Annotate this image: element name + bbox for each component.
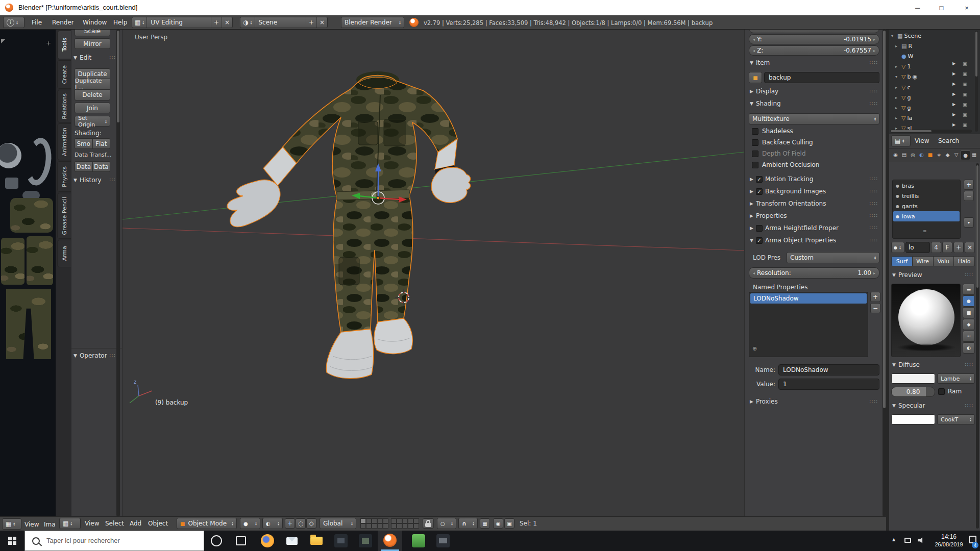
expander-icon[interactable]: ▸: [895, 106, 900, 110]
cortana-button[interactable]: [204, 531, 229, 551]
shading-panel-header[interactable]: ▼Shading: [750, 100, 781, 107]
checkbox-checked[interactable]: ✓: [756, 176, 763, 183]
flat-button[interactable]: Flat: [93, 138, 111, 149]
checkbox-unchecked[interactable]: [752, 151, 758, 157]
tab-material-icon[interactable]: ●: [961, 151, 970, 160]
checkbox-unchecked[interactable]: [938, 388, 945, 395]
render-opengl-button[interactable]: ◉: [493, 518, 503, 529]
panel-grip-icon[interactable]: ::::: [965, 271, 973, 277]
tab-relations[interactable]: Relations: [57, 90, 71, 122]
material-slot-remove-button[interactable]: −: [964, 191, 974, 201]
taskbar-explorer[interactable]: [304, 531, 329, 551]
panel-grip-icon[interactable]: ::::: [869, 200, 878, 206]
proportional-edit-select[interactable]: ○ ▴▾: [437, 518, 456, 529]
select-menu[interactable]: Select: [105, 520, 124, 527]
material-name-field[interactable]: lo: [905, 242, 930, 253]
tab-object-icon[interactable]: ■: [926, 151, 935, 159]
add-scene-button[interactable]: +: [306, 17, 316, 28]
viewport-shading-select[interactable]: ● ▴▾: [240, 518, 260, 529]
outliner-scrollbar[interactable]: [975, 31, 978, 132]
diffuse-shader-select[interactable]: Lambe ▴▾: [937, 373, 975, 384]
display-panel-header[interactable]: ▶Display: [750, 88, 778, 95]
taskbar-app-green[interactable]: [406, 531, 431, 551]
panel-grip-icon[interactable]: ::::: [869, 398, 878, 404]
task-view-button[interactable]: [229, 531, 253, 551]
snap-select[interactable]: ∩ ▴▾: [458, 518, 478, 529]
uv-menu-view[interactable]: View: [24, 521, 39, 528]
checkbox-checked[interactable]: ✓: [756, 237, 763, 244]
clock-time[interactable]: 14:16: [930, 533, 968, 540]
item-panel-header[interactable]: ▼Item: [750, 59, 770, 66]
model-uniform[interactable]: [227, 71, 471, 379]
mirror-button[interactable]: Mirror: [75, 38, 110, 49]
tab-animation[interactable]: Animation: [57, 123, 71, 160]
material-users-button[interactable]: 4: [931, 242, 941, 253]
material-slot[interactable]: ● gants: [893, 201, 960, 211]
list-filter-icon[interactable]: ⊕: [752, 345, 757, 352]
delete-layout-button[interactable]: ×: [222, 17, 232, 28]
manipulator-rotate-toggle[interactable]: ◌: [296, 518, 306, 529]
layers-widget-group2[interactable]: [391, 518, 419, 529]
outliner-restrict-render-column[interactable]: ▣▣▣▣▣▣▣: [963, 61, 967, 133]
tab-grease-pencil[interactable]: Grease Pencil: [57, 193, 71, 239]
transform-orientations-panel-header[interactable]: ▶Transform Orientations: [750, 200, 826, 207]
properties-scrollbar[interactable]: [976, 163, 979, 529]
preview-cube-button[interactable]: ■: [963, 307, 975, 318]
panel-grip-icon[interactable]: ::::: [869, 237, 878, 242]
material-type-surface[interactable]: Surf: [891, 256, 913, 266]
lock-to-scene-toggle[interactable]: [423, 518, 434, 529]
operator-panel-header[interactable]: ▼ Operator: [74, 352, 107, 359]
preview-monkey-button[interactable]: ◆: [963, 319, 975, 330]
outliner-row-scene[interactable]: ▾ ▦ Scene: [891, 31, 921, 41]
panel-grip-icon[interactable]: ::::: [965, 402, 973, 408]
outliner-row-object[interactable]: ▸ ▽ la: [895, 113, 912, 123]
taskbar-app-dark-1[interactable]: [329, 531, 353, 551]
delete-button[interactable]: Delete: [75, 90, 110, 101]
maximize-button[interactable]: □: [929, 0, 953, 15]
scene-name[interactable]: Scene: [255, 19, 306, 26]
tab-render-layers-icon[interactable]: ▤: [900, 151, 909, 159]
outliner-hscrollbar[interactable]: [890, 130, 972, 133]
material-new-button[interactable]: +: [953, 242, 964, 253]
tab-modifiers-icon[interactable]: ◆: [943, 151, 952, 159]
editor-type-button-outliner[interactable]: ▤▴▾: [891, 135, 911, 146]
outliner-row-object[interactable]: ▸ ▽ c: [895, 82, 911, 92]
screen-layout-selector[interactable]: ▦▴▾ UV Editing + ×: [132, 17, 233, 28]
property-value-field[interactable]: 1: [778, 379, 879, 390]
transform-z-field[interactable]: ◂Z: -0.67557▸: [749, 45, 879, 56]
property-name-field[interactable]: LODNoShadow: [778, 364, 879, 375]
network-icon[interactable]: [904, 538, 911, 543]
specular-color-swatch[interactable]: [891, 414, 935, 424]
expander-icon[interactable]: ▸: [895, 85, 900, 90]
menu-window[interactable]: Window: [83, 19, 107, 26]
tab-constraints-icon[interactable]: ∗: [935, 151, 943, 159]
motion-tracking-panel-header[interactable]: ▶✓ Motion Tracking: [750, 176, 813, 183]
tab-render-icon[interactable]: ◉: [891, 151, 900, 159]
toolshelf-scrollbar[interactable]: [116, 30, 120, 516]
expander-icon[interactable]: ▸: [895, 44, 900, 48]
pivot-point-select[interactable]: ◐ ▴▾: [262, 518, 283, 529]
tab-physics[interactable]: Physics: [57, 161, 71, 192]
sidebar-scrollbar[interactable]: [883, 30, 886, 516]
clock-date[interactable]: 26/08/2019: [930, 541, 968, 547]
layers-widget-group1[interactable]: [360, 518, 388, 529]
checkbox-checked[interactable]: ✓: [756, 188, 763, 195]
tab-texture-icon[interactable]: ▦: [970, 151, 978, 159]
mode-select[interactable]: ■ Object Mode ▴▾: [177, 518, 237, 529]
add-layout-button[interactable]: +: [211, 17, 222, 28]
resolution-slider[interactable]: ◂Resolution: 1.00▸: [749, 267, 879, 279]
specular-shader-select[interactable]: CookT ▴▾: [937, 414, 975, 424]
taskbar-blender[interactable]: [378, 531, 402, 550]
taskbar-mail[interactable]: [280, 531, 304, 551]
panel-grip-icon[interactable]: ::::: [869, 88, 878, 93]
add-menu[interactable]: Add: [130, 520, 141, 527]
transform-y-field[interactable]: ◂Y: -0.01915▸: [749, 34, 879, 44]
material-type-halo[interactable]: Halo: [954, 256, 975, 266]
ramp-checkbox[interactable]: Ram: [938, 388, 962, 395]
set-origin-button[interactable]: Set Origin ▴▾: [75, 116, 110, 127]
arma-heightfield-panel-header[interactable]: ▶ Arma Heightfield Proper: [750, 224, 839, 232]
scale-button[interactable]: Scale: [75, 30, 110, 36]
outliner-hscrollbar-thumb[interactable]: [891, 130, 932, 132]
menu-render[interactable]: Render: [52, 19, 74, 26]
outliner-row-object[interactable]: ▾ ▽ b ◉: [895, 71, 917, 82]
